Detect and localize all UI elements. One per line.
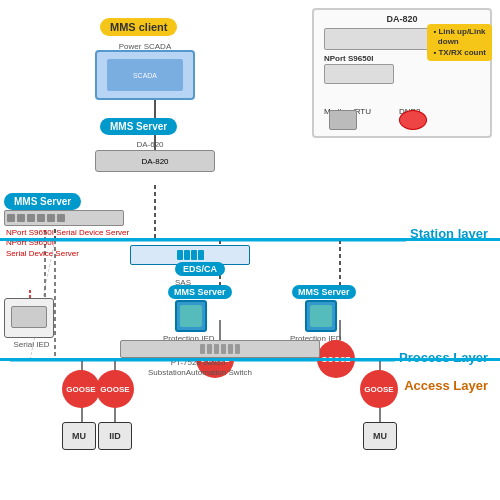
protection-ied-left [175,300,207,332]
goose-left-2: GOOSE [96,370,134,408]
goose-label-2: GOOSE [66,385,95,394]
mu-label-0: MU [72,431,86,441]
mu-label-1: IID [109,431,121,441]
da620-device: DA-820 [95,150,215,172]
da620-sub: DA-620 [115,140,185,149]
iid-box: IID [98,422,132,450]
process-layer-line [0,358,500,361]
mms-right-label: MMS Server [292,285,356,299]
main-diagram: DA-820 NPort S9650I Modbus/RTU DNP3 • Li… [0,0,500,500]
da820-label: DA-820 [386,14,417,24]
device-icon-1 [329,110,357,130]
station-layer-line [0,238,500,241]
access-layer-label: Access Layer [400,376,492,395]
serial-ied-label: Serial IED [4,340,59,349]
highlight-box: DA-820 NPort S9650I Modbus/RTU DNP3 • Li… [312,8,492,138]
eds-ca-label: EDS/CA [175,262,225,276]
nport-serial-text: NPort S9650I Serial Device Server [6,228,129,237]
goose-right: GOOSE [360,370,398,408]
left-switch-bar [4,210,124,226]
goose-label-4: GOOSE [364,385,393,394]
pt7528-sub: SubstationAutomation Switch [130,368,270,377]
mms-server-da620-label: MMS Server [100,118,177,135]
serial-ied-box [4,298,54,338]
mms-center-left-label: MMS Server [168,285,232,299]
goose-left-1: GOOSE [62,370,100,408]
mms-client-label: MMS client [100,18,177,36]
nport-label-highlight: NPort S9650I [324,54,373,63]
note-badge: • Link up/Link down • TX/RX count [427,24,492,61]
mu-right: MU [363,422,397,450]
pt7528-device [120,340,320,358]
protection-ied-right [305,300,337,332]
goose-label-3: GOOSE [100,385,129,394]
mms-client-screen: SCADA [95,50,195,100]
nport-device-highlight [324,64,394,84]
mu-left: MU [62,422,96,450]
mu-label-2: MU [373,431,387,441]
mms-server-left-label: MMS Server [4,193,81,210]
note-text: • Link up/Link down • TX/RX count [433,27,486,57]
nport-serial-label: NPort S9650I Serial Device Server NPort … [6,228,129,259]
device-icon-2 [399,110,427,130]
